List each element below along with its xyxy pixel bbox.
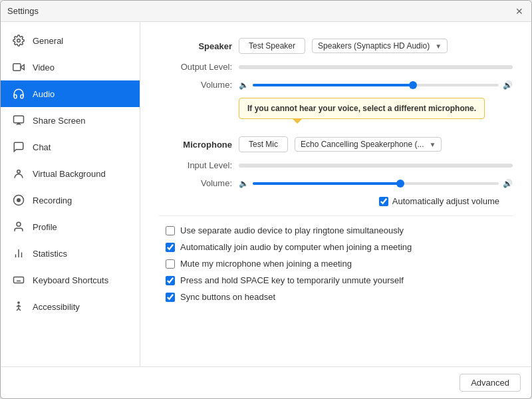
checkbox-ringtone[interactable] xyxy=(166,226,175,235)
sidebar-label-audio: Audio xyxy=(33,89,55,99)
checkbox-label-sync-headset: Sync buttons on headset xyxy=(180,292,275,302)
checkbox-mute-join[interactable] xyxy=(166,259,175,269)
checkbox-label-mute-join: Mute my microphone when joining a meetin… xyxy=(180,259,352,269)
checkbox-row-2: Automatically join audio by computer whe… xyxy=(166,242,513,252)
content-area: General Video Audio xyxy=(1,22,531,366)
mic-volume-label: Volume: xyxy=(159,178,232,188)
svg-rect-2 xyxy=(13,64,21,71)
microphone-row: Microphone Test Mic Echo Cancelling Spea… xyxy=(159,136,513,152)
sidebar-item-chat[interactable]: Chat xyxy=(1,134,140,160)
svg-rect-3 xyxy=(14,116,24,123)
sidebar: General Video Audio xyxy=(1,22,140,366)
sidebar-item-accessibility[interactable]: Accessibility xyxy=(1,293,140,320)
sidebar-item-profile[interactable]: Profile xyxy=(1,213,140,240)
mic-volume-slider-wrap: 🔈 🔊 xyxy=(239,179,513,188)
sidebar-label-recording: Recording xyxy=(33,196,72,205)
speaker-dropdown-caret: ▼ xyxy=(435,43,442,50)
sidebar-label-video: Video xyxy=(33,63,55,72)
speaker-volume-row: Volume: 🔈 🔊 xyxy=(159,80,513,90)
speaker-volume-label: Volume: xyxy=(159,80,232,90)
footer: Advanced xyxy=(1,366,531,398)
headphone-icon xyxy=(11,86,26,101)
speaker-volume-high-icon: 🔊 xyxy=(503,80,513,90)
close-button[interactable]: ✕ xyxy=(514,6,525,17)
output-level-row: Output Level: xyxy=(159,62,513,72)
advanced-button[interactable]: Advanced xyxy=(460,374,521,392)
output-level-bar xyxy=(239,65,513,69)
stats-icon xyxy=(11,246,26,261)
accessibility-icon xyxy=(11,299,26,314)
sidebar-item-statistics[interactable]: Statistics xyxy=(1,240,140,267)
svg-point-18 xyxy=(18,302,19,303)
background-icon xyxy=(11,166,26,181)
sidebar-item-virtual-background[interactable]: Virtual Background xyxy=(1,160,140,187)
profile-icon xyxy=(11,219,26,234)
speaker-volume-low-icon: 🔈 xyxy=(239,80,249,90)
microphone-dropdown-caret: ▼ xyxy=(429,141,436,148)
svg-point-7 xyxy=(17,199,21,202)
svg-point-0 xyxy=(17,39,21,43)
checkbox-row-1: Use separate audio device to play ringto… xyxy=(166,225,513,235)
checkbox-row-3: Mute my microphone when joining a meetin… xyxy=(166,259,513,269)
checkbox-auto-join[interactable] xyxy=(166,243,175,252)
auto-adjust-label: Automatically adjust volume xyxy=(392,196,499,206)
svg-rect-12 xyxy=(14,277,24,283)
sidebar-item-video[interactable]: Video xyxy=(1,54,140,80)
svg-line-21 xyxy=(19,309,21,311)
main-content: Speaker Test Speaker Speakers (Synaptics… xyxy=(140,22,531,366)
input-level-label: Input Level: xyxy=(159,160,232,170)
sidebar-label-virtual-background: Virtual Background xyxy=(33,169,106,179)
gear-icon xyxy=(11,33,26,48)
video-icon xyxy=(11,60,26,74)
svg-point-8 xyxy=(17,222,21,226)
sidebar-label-profile: Profile xyxy=(33,222,57,232)
sidebar-label-share-screen: Share Screen xyxy=(33,116,86,126)
svg-marker-1 xyxy=(21,65,24,70)
test-speaker-button[interactable]: Test Speaker xyxy=(239,38,305,54)
test-mic-button[interactable]: Test Mic xyxy=(239,136,288,152)
sidebar-label-accessibility: Accessibility xyxy=(33,302,80,312)
window-title: Settings xyxy=(7,6,39,16)
auto-adjust-checkbox[interactable] xyxy=(379,197,388,206)
microphone-device-text: Echo Cancelling Speakerphone (... xyxy=(301,140,424,149)
mic-volume-slider[interactable] xyxy=(253,182,499,185)
checkbox-label-space-unmute: Press and hold SPACE key to temporarily … xyxy=(180,275,404,285)
svg-point-5 xyxy=(17,170,21,174)
sidebar-item-recording[interactable]: Recording xyxy=(1,187,140,213)
recording-icon xyxy=(11,193,26,207)
sidebar-item-audio[interactable]: Audio xyxy=(1,80,140,107)
speaker-device-select[interactable]: Speakers (Synaptics HD Audio) ▼ xyxy=(312,39,448,53)
speaker-row: Speaker Test Speaker Speakers (Synaptics… xyxy=(159,38,513,54)
mic-volume-row: Volume: 🔈 🔊 xyxy=(159,178,513,188)
microphone-tooltip: If you cannot hear your voice, select a … xyxy=(239,98,485,119)
auto-adjust-row: Automatically adjust volume xyxy=(159,196,513,206)
sidebar-item-keyboard-shortcuts[interactable]: Keyboard Shortcuts xyxy=(1,267,140,293)
sidebar-label-keyboard-shortcuts: Keyboard Shortcuts xyxy=(33,275,108,285)
input-level-bar xyxy=(239,164,513,168)
checkbox-sync-headset[interactable] xyxy=(166,293,175,302)
speaker-device-text: Speakers (Synaptics HD Audio) xyxy=(318,41,430,51)
title-bar: Settings ✕ xyxy=(1,1,531,22)
speaker-label: Speaker xyxy=(159,41,232,51)
checkbox-row-4: Press and hold SPACE key to temporarily … xyxy=(166,275,513,285)
checkbox-row-5: Sync buttons on headset xyxy=(166,292,513,302)
checkbox-label-auto-join: Automatically join audio by computer whe… xyxy=(180,242,412,252)
input-level-row: Input Level: xyxy=(159,160,513,170)
speaker-volume-slider-wrap: 🔈 🔊 xyxy=(239,80,513,90)
screen-icon xyxy=(11,113,26,128)
mic-volume-high-icon: 🔊 xyxy=(503,179,513,188)
chat-icon xyxy=(11,140,26,154)
sidebar-item-share-screen[interactable]: Share Screen xyxy=(1,107,140,134)
speaker-volume-slider[interactable] xyxy=(253,84,499,86)
mic-volume-low-icon: 🔈 xyxy=(239,179,249,188)
checkbox-space-unmute[interactable] xyxy=(166,276,175,285)
checkbox-label-ringtone: Use separate audio device to play ringto… xyxy=(180,225,404,235)
sidebar-label-statistics: Statistics xyxy=(33,249,67,259)
sidebar-item-general[interactable]: General xyxy=(1,27,140,54)
settings-window: Settings ✕ General V xyxy=(0,0,532,399)
sidebar-label-chat: Chat xyxy=(33,142,51,152)
microphone-device-select[interactable]: Echo Cancelling Speakerphone (... ▼ xyxy=(295,137,442,152)
sidebar-label-general: General xyxy=(33,36,63,46)
microphone-label: Microphone xyxy=(159,140,232,150)
output-level-label: Output Level: xyxy=(159,62,232,72)
